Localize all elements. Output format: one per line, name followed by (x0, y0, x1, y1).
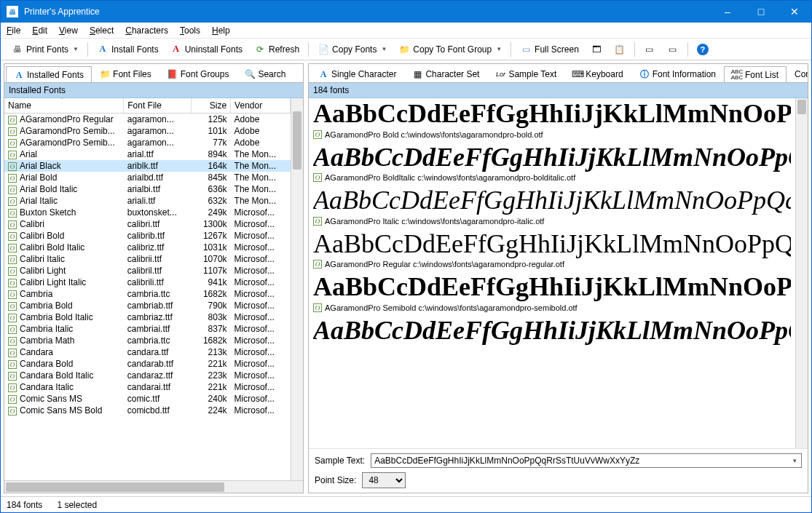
letter-a-icon: A (318, 69, 328, 79)
tab-con[interactable]: Con (787, 65, 808, 82)
table-row[interactable]: OAGaramondPro Semib...agaramon...101kAdo… (4, 125, 291, 137)
tab-search[interactable]: 🔍Search (237, 65, 293, 82)
menu-select[interactable]: Select (90, 25, 114, 36)
table-row[interactable]: OCalibri Bold Italiccalibriz.ttf1031kMic… (4, 242, 291, 253)
menu-edit[interactable]: Edit (32, 25, 47, 36)
right-tabs: ASingle Character ▦Character Set LorSamp… (309, 64, 808, 83)
keyboard-icon: ⌨ (572, 69, 583, 79)
tab-single-character[interactable]: ASingle Character (310, 65, 404, 82)
table-row[interactable]: OCalibri Italiccalibrii.ttf1070kMicrosof… (4, 253, 291, 265)
table-row[interactable]: OComic Sans MScomic.ttf240kMicrosof... (4, 393, 291, 405)
preview-item: AaBbCcDdEeFfGgHhIiJjKkLlMmNnOoPpQqRrSsTt… (313, 186, 791, 226)
table-row[interactable]: OCandara Bold Italiccandaraz.ttf223kMicr… (4, 370, 291, 381)
point-size-select[interactable]: 48 (362, 472, 406, 488)
preview-label: OAGaramondPro BoldItalic c:\windows\font… (313, 173, 791, 182)
table-row[interactable]: OAGaramondPro Semib...agaramon...77kAdob… (4, 137, 291, 148)
table-row[interactable]: OArial Boldarialbd.ttf845kThe Mon... (4, 172, 291, 183)
separator (87, 42, 88, 57)
tab-font-information[interactable]: ⓘFont Information (631, 65, 724, 82)
table-row[interactable]: OArial Bold Italicarialbi.ttf636kThe Mon… (4, 183, 291, 195)
col-file[interactable]: Font File (124, 98, 191, 114)
info-icon: ⓘ (639, 69, 650, 79)
table-row[interactable]: OCalibri Boldcalibrib.ttf1267kMicrosof..… (4, 230, 291, 242)
tab-installed-fonts[interactable]: AInstalled Fonts (6, 66, 92, 83)
table-row[interactable]: OCambria Mathcambria.ttc1682kMicrosof... (4, 335, 291, 346)
otf-icon: O (8, 349, 17, 357)
menubar: File Edit View Select Characters Tools H… (1, 23, 811, 39)
font-table-scroll[interactable]: Name Font File Size Vendor OAGaramondPro… (4, 98, 291, 480)
window-icon: 🗔 (591, 44, 602, 55)
tab-font-files[interactable]: 📁Font Files (92, 65, 159, 82)
table-row[interactable]: OBuxton Sketchbuxtonsket...249kMicrosof.… (4, 207, 291, 218)
table-row[interactable]: OCandara Italiccandarai.ttf221kMicrosof.… (4, 381, 291, 393)
table-row[interactable]: OCambria Boldcambriab.ttf790kMicrosof... (4, 300, 291, 311)
help-button[interactable]: ? (692, 41, 714, 58)
table-row[interactable]: OCambriacambria.ttc1682kMicrosof... (4, 288, 291, 300)
table-row[interactable]: OArial Italicariali.ttf632kThe Mon... (4, 195, 291, 207)
tool-button-1[interactable]: 🗔 (586, 41, 607, 58)
tab-font-list[interactable]: ABCABCFont List (724, 66, 787, 83)
copy-fonts-button[interactable]: 📄Copy Fonts▼ (312, 41, 392, 58)
otf-icon: O (313, 303, 322, 312)
preview-vertical-scrollbar[interactable] (795, 98, 808, 448)
col-size[interactable]: Size (191, 98, 231, 114)
maximize-button[interactable]: □ (744, 1, 778, 23)
menu-help[interactable]: Help (212, 25, 230, 36)
search-icon: 🔍 (245, 69, 255, 79)
print-fonts-button[interactable]: 🖶Print Fonts▼ (7, 41, 84, 58)
uninstall-fonts-button[interactable]: AUninstall Fonts (165, 41, 248, 58)
menu-tools[interactable]: Tools (180, 25, 200, 36)
copy-to-font-group-button[interactable]: 📁Copy To Font Group▼ (393, 41, 507, 58)
card2-icon: ▭ (667, 44, 679, 55)
otf-icon: O (8, 116, 17, 124)
tool-button-2[interactable]: 📋 (609, 41, 631, 58)
otf-icon: O (313, 173, 322, 182)
tab-keyboard[interactable]: ⌨Keyboard (564, 65, 631, 82)
refresh-button[interactable]: ⟳Refresh (249, 41, 304, 58)
otf-icon: O (8, 232, 17, 241)
table-row[interactable]: OCandara Boldcandarab.ttf221kMicrosof... (4, 358, 291, 370)
menu-characters[interactable]: Characters (125, 25, 168, 36)
status-selected-count: 1 selected (57, 500, 97, 510)
full-screen-button[interactable]: ▭Full Screen (515, 41, 584, 58)
preview-sample: AaBbCcDdEeFfGgHhIiJjKkLlMmNnOoPpQqRrSsTt… (313, 100, 791, 129)
tab-font-groups[interactable]: 📕Font Groups (159, 65, 237, 82)
minimize-button[interactable]: – (711, 1, 744, 23)
preview-sample: AaBbCcDdEeFfGgHhIiJjKkLlMmNnOoPpQqRrSsTt… (313, 186, 791, 215)
close-button[interactable]: ✕ (778, 1, 811, 23)
separator (634, 42, 635, 57)
table-row[interactable]: OArialarial.ttf894kThe Mon... (4, 148, 291, 160)
table-row[interactable]: OComic Sans MS Boldcomicbd.ttf224kMicros… (4, 405, 291, 416)
col-vendor[interactable]: Vendor (231, 98, 291, 114)
otf-icon: O (313, 217, 322, 226)
table-row[interactable]: OCandaracandara.ttf213kMicrosof... (4, 346, 291, 358)
right-pane: ASingle Character ▦Character Set LorSamp… (308, 63, 808, 493)
table-row[interactable]: OCalibricalibri.ttf1300kMicrosof... (4, 218, 291, 230)
preview-label: OAGaramondPro Regular c:\windows\fonts\a… (313, 260, 791, 269)
separator (511, 42, 511, 57)
table-row[interactable]: OCalibri Lightcalibril.ttf1107kMicrosof.… (4, 265, 291, 277)
table-row[interactable]: OCambria Italiccambriai.ttf837kMicrosof.… (4, 323, 291, 335)
preview-list: AaBbCcDdEeFfGgHhIiJjKkLlMmNnOoPpQqRrSsTt… (309, 98, 795, 448)
table-row[interactable]: OCambria Bold Italiccambriaz.ttf803kMicr… (4, 311, 291, 323)
vertical-scrollbar[interactable] (291, 98, 303, 480)
tool-button-4[interactable]: ▭ (662, 41, 684, 58)
menu-view[interactable]: View (59, 25, 78, 36)
sample-text-input[interactable] (371, 453, 802, 468)
statusbar: 184 fonts 1 selected (1, 496, 811, 512)
table-row[interactable]: OCalibri Light Italiccalibrili.ttf941kMi… (4, 277, 291, 288)
table-row[interactable]: OAGaramondPro Regularagaramon...125kAdob… (4, 114, 291, 126)
menu-file[interactable]: File (7, 25, 20, 36)
install-fonts-button[interactable]: AInstall Fonts (92, 41, 164, 58)
chevron-down-icon[interactable]: ▾ (789, 455, 800, 466)
text-icon: Lor (495, 69, 505, 79)
tab-character-set[interactable]: ▦Character Set (404, 65, 487, 82)
horizontal-scrollbar[interactable] (4, 480, 303, 493)
chevron-down-icon: ▼ (73, 46, 79, 52)
otf-icon: O (8, 383, 17, 392)
tool-button-3[interactable]: ▭ (639, 41, 661, 58)
col-name[interactable]: Name (4, 98, 124, 114)
tab-sample-text[interactable]: LorSample Text (487, 65, 564, 82)
otf-icon: O (8, 279, 17, 287)
table-row[interactable]: OArial Blackariblk.ttf164kThe Mon... (4, 160, 291, 172)
